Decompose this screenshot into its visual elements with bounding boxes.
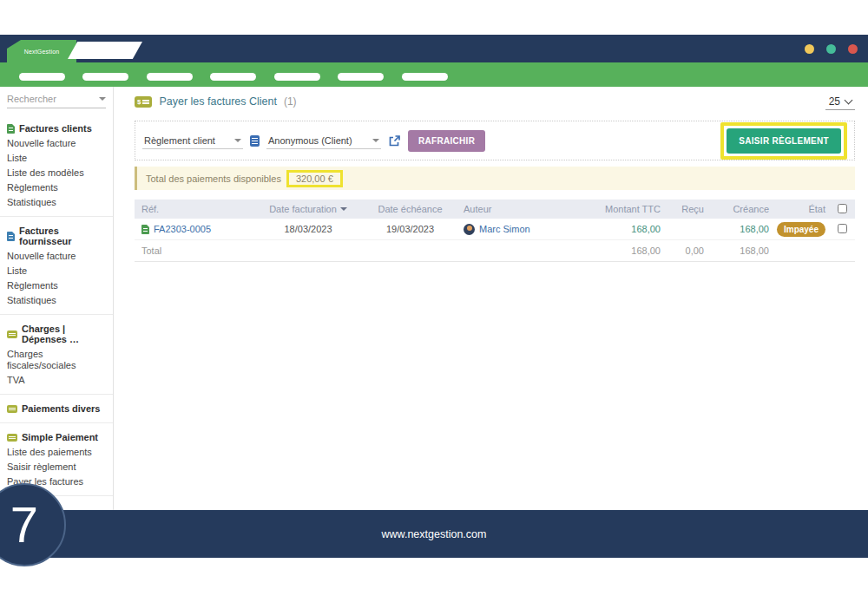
sort-desc-icon [340,207,347,211]
brand-label: NextGestion [24,49,60,55]
infobar-label: Total des paiements disponibles [146,173,281,184]
divider [0,216,113,217]
banknote-icon: $ [135,96,152,108]
browser-tab-shape [68,42,142,59]
result-count: (1) [284,95,297,108]
open-external-icon[interactable] [388,134,401,147]
top-nav-bar [0,62,868,87]
sidebar-item-tva[interactable]: TVA [0,373,113,388]
select-all-checkbox[interactable] [838,204,847,213]
invoice-ref-link[interactable]: FA2303-0005 [154,224,211,234]
divider [0,422,113,423]
nav-pill-2[interactable] [82,73,128,81]
payment-toolbar: Règlement client Anonymous (Client) RAFR… [135,121,855,160]
cell-date-echeance: 19/03/2023 [360,224,460,234]
nav-pill-5[interactable] [274,73,320,81]
page-title: Payer les factures Client [159,95,276,108]
page-size-value: 25 [829,95,840,108]
col-recu[interactable]: Reçu [664,204,707,214]
nav-pill-4[interactable] [210,73,256,81]
sidebar-item-saisir-reglement[interactable]: Saisir règlement [0,460,113,474]
sidebar-item-liste-fournisseur[interactable]: Liste [0,264,113,278]
money-icon [7,405,17,413]
chevron-down-icon [99,97,106,101]
avatar [464,224,475,235]
invoice-green-icon [7,124,15,134]
enter-payment-button[interactable]: SAISIR RÈGLEMENT [727,128,841,154]
total-montant: 168,00 [586,245,664,256]
invoice-row: FA2303-0005 18/03/2023 19/03/2023 Marc S… [135,219,855,240]
page-header: $ Payer les factures Client (1) 25 [135,90,855,113]
total-label: Total [135,245,256,256]
section-label: Factures fournisseur [19,226,113,246]
invoice-blue-icon [7,232,15,241]
payment-type-select[interactable]: Règlement client [142,133,243,149]
chevron-down-icon [845,95,853,104]
slide-number: 7 [10,500,38,550]
col-auteur[interactable]: Auteur [460,204,586,214]
available-payments-infobar: Total des paiements disponibles 320,00 € [135,167,855,190]
sidebar-section-paiements-divers[interactable]: Paiements divers [0,401,113,416]
nav-pill-6[interactable] [338,73,384,81]
col-ref[interactable]: Réf. [135,204,256,214]
row-checkbox[interactable] [838,224,847,233]
col-creance[interactable]: Créance [707,204,773,214]
window-controls [805,44,858,54]
section-label: Factures clients [19,123,92,134]
sidebar-section-simple-paiement[interactable]: Simple Paiement [0,429,113,445]
sidebar-item-reglements-fournisseur[interactable]: Règlements [0,278,113,293]
highlight-annotation: SAISIR RÈGLEMENT [720,122,847,160]
total-creance: 168,00 [707,245,773,256]
sidebar-section-factures-clients[interactable]: Factures clients [0,121,113,136]
money-icon [7,434,17,442]
sidebar: Rechercher Factures clients Nouvelle fac… [0,87,114,510]
col-etat[interactable]: État [773,204,829,214]
col-date-echeance[interactable]: Date échéance [360,204,460,214]
sidebar-item-statistiques-client[interactable]: Statistiques [0,195,113,210]
refresh-button[interactable]: RAFRAICHIR [408,130,485,152]
sidebar-item-nouvelle-facture-client[interactable]: Nouvelle facture [0,136,113,151]
sidebar-item-liste-client[interactable]: Liste [0,151,113,166]
client-value: Anonymous (Client) [268,135,352,146]
sidebar-item-statistiques-fournisseur[interactable]: Statistiques [0,293,113,308]
minimize-dot-icon[interactable] [805,44,814,54]
sidebar-section-factures-fournisseur[interactable]: Factures fournisseur [0,223,113,249]
nav-pill-7[interactable] [402,73,448,81]
client-select[interactable]: Anonymous (Client) [266,133,381,149]
author-link[interactable]: Marc Simon [479,224,530,234]
invoice-green-icon [141,225,149,234]
cell-creance: 168,00 [707,224,773,234]
brand-tab: NextGestion [7,40,76,62]
table-total-row: Total 168,00 0,00 168,00 [135,240,855,262]
sidebar-item-liste-des-paiements[interactable]: Liste des paiements [0,445,113,460]
cell-date-facturation: 18/03/2023 [256,224,360,234]
sidebar-item-reglements-client[interactable]: Règlements [0,180,113,195]
money-icon [7,330,17,338]
nav-pill-1[interactable] [19,73,65,81]
nav-pill-3[interactable] [147,73,193,81]
contact-book-icon [250,135,260,147]
sidebar-item-nouvelle-facture-fournisseur[interactable]: Nouvelle facture [0,249,113,264]
status-badge: Impayée [777,222,825,237]
search-select[interactable]: Rechercher [7,94,106,108]
search-placeholder: Rechercher [7,94,56,104]
available-amount: 320,00 € [286,170,343,187]
invoices-table: Réf. Date facturation Date échéance Aute… [135,200,855,262]
close-dot-icon[interactable] [848,44,858,54]
col-montant-ttc[interactable]: Montant TTC [586,204,664,214]
section-label: Paiements divers [22,403,101,414]
col-label: Date facturation [269,204,337,214]
col-date-facturation[interactable]: Date facturation [256,204,360,214]
chevron-down-icon [372,139,379,142]
maximize-dot-icon[interactable] [826,44,836,54]
divider [0,314,113,315]
cell-montant-ttc: 168,00 [586,224,664,234]
sidebar-item-charges-fiscales-sociales[interactable]: Charges fiscales/sociales [0,347,113,373]
payment-type-value: Règlement client [144,135,215,146]
section-label: Charges | Dépenses … [22,324,113,344]
page-size-select[interactable]: 25 [825,94,855,110]
sidebar-section-charges-depenses[interactable]: Charges | Dépenses … [0,321,113,347]
sidebar-item-liste-des-modeles[interactable]: Liste des modèles [0,166,113,180]
total-recu: 0,00 [664,245,707,256]
chevron-down-icon [234,139,241,142]
